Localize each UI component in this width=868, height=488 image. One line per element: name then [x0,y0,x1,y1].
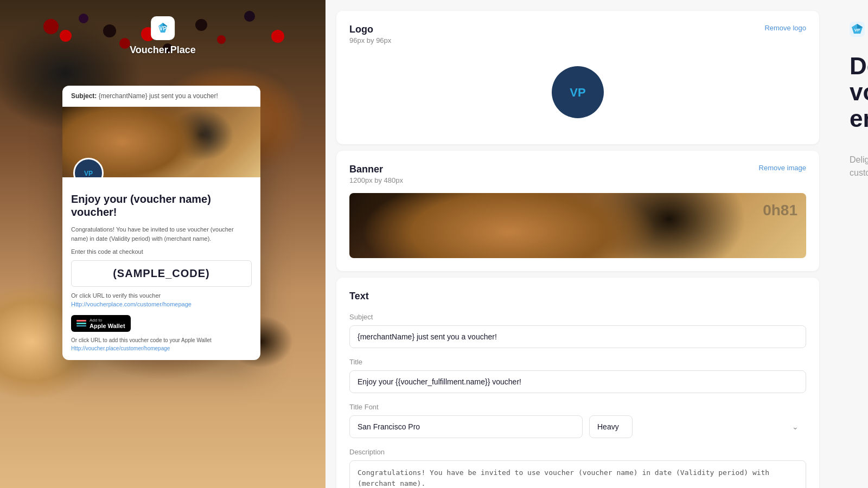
text-section-title: Text [349,291,806,302]
wallet-name-text: Apple Wallet [90,323,125,329]
email-verify-text: Or click URL to verify this voucher [71,292,252,299]
wallet-stripe-blue [76,325,86,327]
subject-field: Subject [349,313,806,348]
berry-decoration [217,35,226,44]
email-subject-bar: Subject: {merchantName} just sent you a … [62,86,260,107]
middle-panel: Logo 96px by 96px Remove logo VP Banner [326,0,830,488]
email-title: Enjoy your (voucher name) voucher! [71,192,252,219]
wallet-stripe-teal [76,323,86,324]
email-banner: VP [62,107,260,177]
wallet-stripe-red [76,320,86,322]
email-wallet-link[interactable]: Http://voucher.place/customer/homepage [71,345,252,351]
raspberry-decoration [119,38,130,49]
brand-icon: VP [850,22,865,37]
right-heading: Design your voucher email [850,53,868,132]
description-label: Description [349,448,806,456]
logo-preview-icon: VP [563,77,593,107]
title-font-label: Title Font [349,403,806,411]
left-logo-area: VP Voucher.Place [130,16,196,56]
email-code-box: (SAMPLE_CODE) [71,260,252,287]
description-textarea[interactable] [349,460,806,488]
svg-text:VP: VP [570,86,585,99]
scroll-area: Logo 96px by 96px Remove logo VP Banner [326,0,830,488]
title-field: Title [349,358,806,393]
email-enter-code: Enter this code at checkout [71,248,252,255]
berry-decoration [244,11,255,22]
svg-text:VP: VP [159,25,167,31]
wallet-add-text: Add to [90,318,125,323]
berry-decoration [79,14,88,23]
font-weight-select[interactable]: Heavy Bold Regular [589,415,633,438]
title-input[interactable] [349,370,806,393]
left-panel: VP Voucher.Place Subject: {merchantName}… [0,0,326,488]
banner-card-title: Banner [349,164,403,175]
subject-label: Subject: [71,92,97,100]
banner-card-header: Banner 1200px by 480px Remove image [349,164,806,184]
email-logo-icon: VP [80,164,97,177]
heading-area: Design your voucher email [850,53,868,143]
banner-date-label: 0h81 [763,202,797,219]
apple-wallet-button[interactable]: Add to Apple Wallet [71,315,131,332]
logo-card-header: Logo 96px by 96px Remove logo [349,24,806,44]
banner-preview: 0h81 [349,193,806,258]
email-preview-card: Subject: {merchantName} just sent you a … [62,86,260,360]
berry-decoration [195,19,207,31]
font-family-input[interactable] [349,415,583,438]
email-desc: Congratulations! You have be invited to … [71,225,252,243]
right-description: Delight your customers with customizable… [850,153,868,179]
right-panel: VP Voucher.Place Design your voucher ema… [830,0,868,488]
right-heading-text: Design your voucher email [850,53,868,132]
svg-text:VP: VP [84,170,93,177]
description-field: Description [349,448,806,488]
logo-card-title-area: Logo 96px by 96px [349,24,391,44]
subject-input[interactable] [349,325,806,348]
font-weight-wrapper: Heavy Bold Regular [589,415,806,438]
title-font-field: Title Font Heavy Bold Regular [349,403,806,438]
email-content: Enjoy your (voucher name) voucher! Congr… [62,177,260,360]
wallet-icon [76,320,86,326]
berry-decoration [103,24,116,37]
berry-decoration [60,30,72,42]
email-verify-link[interactable]: Http://voucherplace.com/customer/homepag… [71,301,252,307]
logo-card: Logo 96px by 96px Remove logo VP [336,11,819,144]
vp-logo-icon: VP [155,21,170,36]
text-section: Text Subject Title Title Font Heavy [336,278,819,488]
berry-decoration [43,19,59,34]
banner-card: Banner 1200px by 480px Remove image 0h81 [336,151,819,271]
subject-value: {merchantName} just sent you a voucher! [99,92,218,100]
logo-preview-area: VP [349,53,806,131]
subject-label: Subject [349,313,806,321]
remove-image-link[interactable]: Remove image [759,164,806,172]
logo-card-subtitle: 96px by 96px [349,36,391,44]
logo-icon-box: VP [151,16,175,40]
left-logo-text: Voucher.Place [130,44,196,56]
font-row: Heavy Bold Regular [349,415,806,438]
raspberry-decoration [271,30,284,43]
banner-card-subtitle: 1200px by 480px [349,176,403,184]
logo-card-title: Logo [349,24,391,35]
banner-card-title-area: Banner 1200px by 480px [349,164,403,184]
title-label: Title [349,358,806,366]
banner-preview-bg [349,193,806,258]
remove-logo-link[interactable]: Remove logo [764,24,806,32]
email-wallet-desc: Or click URL to add this voucher code to… [71,337,252,343]
apple-wallet-label: Add to Apple Wallet [90,318,125,329]
svg-text:VP: VP [854,28,860,33]
logo-circle-preview: VP [552,66,604,118]
brand-area: VP Voucher.Place [850,22,868,37]
